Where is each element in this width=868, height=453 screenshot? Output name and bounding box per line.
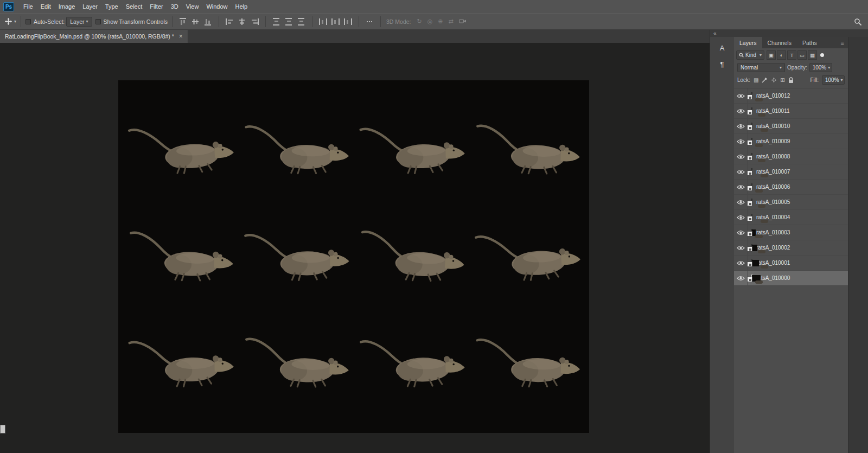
layer-row[interactable]: ratsA_010004 bbox=[734, 210, 848, 225]
layer-row[interactable]: ratsA_010005 bbox=[734, 195, 848, 210]
layer-thumbnail-cell[interactable] bbox=[748, 154, 756, 160]
layer-thumbnail[interactable] bbox=[751, 107, 752, 115]
3d-slide-icon[interactable]: ⇄ bbox=[449, 18, 454, 25]
visibility-cell[interactable] bbox=[734, 134, 748, 149]
align-vertical-centers-icon[interactable] bbox=[192, 18, 200, 25]
visibility-cell[interactable] bbox=[734, 210, 748, 225]
layer-row[interactable]: ratsA_010009 bbox=[734, 134, 848, 149]
menu-edit[interactable]: Edit bbox=[37, 1, 55, 12]
auto-select-checkbox[interactable] bbox=[25, 19, 31, 24]
layer-thumbnail-cell[interactable] bbox=[748, 260, 756, 266]
layer-row[interactable]: ratsA_010000 bbox=[734, 271, 848, 286]
blend-mode-dropdown[interactable]: Normal ▾ bbox=[737, 63, 785, 72]
3d-pan-icon[interactable]: ⊕ bbox=[438, 18, 443, 25]
visibility-cell[interactable] bbox=[734, 88, 748, 103]
layer-row[interactable]: ratsA_010006 bbox=[734, 180, 848, 195]
layer-row[interactable]: ratsA_010001 bbox=[734, 256, 848, 271]
visibility-cell[interactable] bbox=[734, 240, 748, 255]
layer-thumbnail-cell[interactable] bbox=[748, 138, 756, 145]
lock-all-icon[interactable] bbox=[788, 77, 794, 84]
canvas[interactable] bbox=[118, 80, 589, 433]
layer-thumbnail[interactable] bbox=[751, 138, 752, 145]
menu-select[interactable]: Select bbox=[122, 1, 146, 12]
filter-smart-object-icon[interactable]: ▦ bbox=[808, 50, 817, 60]
layer-thumbnail[interactable] bbox=[751, 244, 752, 252]
layer-row[interactable]: ratsA_010012 bbox=[734, 88, 848, 104]
align-left-edges-icon[interactable] bbox=[226, 18, 234, 25]
layer-thumbnail-cell[interactable] bbox=[748, 108, 756, 114]
tool-preset-caret-icon[interactable]: ▾ bbox=[14, 19, 16, 24]
search-icon[interactable] bbox=[852, 18, 864, 25]
document-tab[interactable]: RatLoadingFlipBook_Main.psd @ 100% (rats… bbox=[0, 30, 188, 43]
pasteboard[interactable] bbox=[0, 43, 710, 453]
align-horizontal-centers-icon[interactable] bbox=[238, 18, 246, 25]
align-top-edges-icon[interactable] bbox=[179, 18, 187, 25]
align-bottom-edges-icon[interactable] bbox=[204, 18, 212, 25]
align-right-edges-icon[interactable] bbox=[251, 18, 259, 25]
layer-row[interactable]: ratsA_010002 bbox=[734, 240, 848, 256]
visibility-cell[interactable] bbox=[734, 104, 748, 118]
layer-thumbnail-cell[interactable] bbox=[748, 275, 756, 282]
visibility-cell[interactable] bbox=[734, 256, 748, 270]
layer-thumbnail-cell[interactable] bbox=[748, 229, 756, 236]
distribute-left-edges-icon[interactable] bbox=[319, 18, 327, 25]
visibility-cell[interactable] bbox=[734, 225, 748, 240]
collapse-panels-icon[interactable]: « bbox=[713, 30, 717, 36]
paragraph-panel-icon[interactable]: ¶ bbox=[715, 58, 729, 71]
layer-row[interactable]: ratsA_010007 bbox=[734, 164, 848, 180]
align-options-icon[interactable] bbox=[366, 18, 374, 25]
close-icon[interactable]: × bbox=[179, 33, 183, 40]
menu-type[interactable]: Type bbox=[101, 1, 122, 12]
menu-window[interactable]: Window bbox=[202, 1, 231, 12]
visibility-cell[interactable] bbox=[734, 164, 748, 179]
layer-thumbnail-cell[interactable] bbox=[748, 169, 756, 175]
menu-layer[interactable]: Layer bbox=[79, 1, 101, 12]
visibility-cell[interactable] bbox=[734, 180, 748, 194]
scrollbar-thumb[interactable] bbox=[0, 425, 5, 433]
layer-thumbnail-cell[interactable] bbox=[748, 214, 756, 221]
layer-thumbnail-cell[interactable] bbox=[748, 245, 756, 251]
distribute-horizontal-centers-icon[interactable] bbox=[331, 18, 340, 25]
3d-orbit-icon[interactable]: ↻ bbox=[417, 18, 422, 25]
3d-camera-icon[interactable] bbox=[459, 18, 467, 25]
menu-filter[interactable]: Filter bbox=[146, 1, 167, 12]
auto-select-target-dropdown[interactable]: Layer ▾ bbox=[66, 17, 92, 27]
filter-adjustment-layers-icon[interactable]: ◐ bbox=[777, 50, 786, 60]
layer-row[interactable]: ratsA_010008 bbox=[734, 149, 848, 164]
show-transform-checkbox[interactable] bbox=[95, 19, 101, 24]
layer-thumbnail[interactable] bbox=[751, 92, 752, 100]
opacity-dropdown[interactable]: 100% ▾ bbox=[809, 63, 832, 72]
layer-thumbnail[interactable] bbox=[751, 168, 752, 176]
menu-file[interactable]: File bbox=[20, 1, 37, 12]
layer-thumbnail[interactable] bbox=[751, 214, 752, 221]
layer-thumbnail[interactable] bbox=[751, 183, 752, 191]
layer-row[interactable]: ratsA_010010 bbox=[734, 119, 848, 134]
layer-thumbnail-cell[interactable] bbox=[748, 123, 756, 130]
layer-thumbnail-cell[interactable] bbox=[748, 184, 756, 190]
layer-thumbnail[interactable] bbox=[751, 259, 752, 267]
distribute-bottom-edges-icon[interactable] bbox=[297, 18, 305, 25]
lock-pixels-icon[interactable] bbox=[762, 77, 768, 83]
move-tool-icon[interactable] bbox=[4, 17, 12, 25]
distribute-right-edges-icon[interactable] bbox=[344, 18, 352, 25]
layer-thumbnail[interactable] bbox=[751, 123, 752, 130]
menu-view[interactable]: View bbox=[182, 1, 203, 12]
panel-menu-icon[interactable]: ≡ bbox=[837, 37, 848, 48]
filter-pixel-layers-icon[interactable]: ▣ bbox=[767, 50, 776, 60]
layer-thumbnail[interactable] bbox=[751, 153, 752, 161]
filter-type-layers-icon[interactable]: T bbox=[787, 50, 796, 60]
lock-position-icon[interactable] bbox=[771, 77, 777, 83]
visibility-cell[interactable] bbox=[734, 119, 748, 133]
layer-row[interactable]: ratsA_010003 bbox=[734, 225, 848, 240]
distribute-top-edges-icon[interactable] bbox=[272, 18, 280, 25]
filter-toggle-icon[interactable] bbox=[820, 53, 824, 57]
layer-row[interactable]: ratsA_010011 bbox=[734, 104, 848, 119]
lock-transparency-icon[interactable]: ▨ bbox=[754, 77, 758, 83]
lock-artboard-icon[interactable]: ⊞ bbox=[780, 77, 784, 83]
3d-roll-icon[interactable]: ◎ bbox=[427, 18, 433, 25]
layer-thumbnail[interactable] bbox=[751, 199, 752, 206]
layer-thumbnail[interactable] bbox=[751, 275, 752, 282]
character-panel-icon[interactable]: A bbox=[715, 41, 729, 54]
visibility-cell[interactable] bbox=[734, 195, 748, 209]
layer-thumbnail-cell[interactable] bbox=[748, 199, 756, 206]
